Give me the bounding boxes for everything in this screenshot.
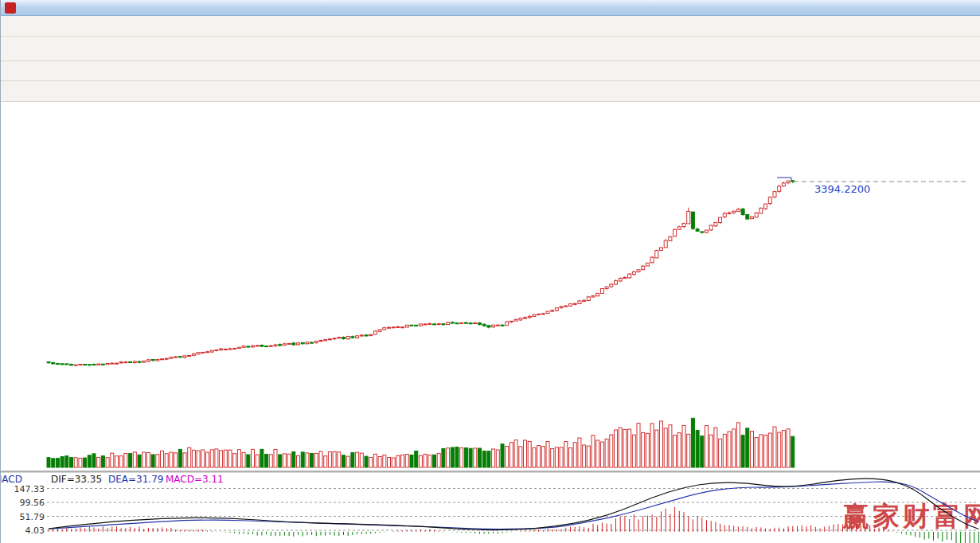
- candle-body: [133, 361, 136, 363]
- volume-bar: [546, 441, 549, 467]
- volume-bar: [701, 436, 704, 467]
- candle-body: [129, 362, 132, 363]
- volume-bar: [533, 447, 536, 467]
- volume-bar: [161, 451, 164, 467]
- candle-body: [442, 324, 445, 325]
- volume-bar: [346, 456, 349, 467]
- volume-bar: [297, 455, 300, 467]
- volume-bar: [424, 454, 427, 467]
- volume-bar: [646, 433, 649, 467]
- candle-body: [510, 321, 513, 322]
- volume-bar: [787, 429, 790, 467]
- volume-bar: [487, 451, 490, 467]
- volume-bar: [592, 436, 595, 467]
- kline-chart[interactable]: 3394.2200MACDDIF=33.35DEA=31.79MACD=3.11…: [1, 102, 980, 543]
- volume-bar: [206, 452, 209, 467]
- candle-body: [637, 270, 640, 272]
- chart-region[interactable]: 3394.2200MACDDIF=33.35DEA=31.79MACD=3.11…: [1, 102, 980, 543]
- volume-bar: [301, 452, 304, 467]
- volume-bar: [655, 430, 658, 467]
- candle-body: [746, 214, 749, 219]
- candle-body: [220, 349, 223, 350]
- volume-bar: [342, 455, 346, 467]
- candle-body: [705, 230, 709, 232]
- candle-body: [183, 356, 186, 357]
- volume-bar: [687, 434, 690, 467]
- volume-bar: [401, 455, 404, 467]
- volume-bar: [519, 447, 522, 467]
- candle-body: [623, 278, 627, 279]
- macd-dif-line: [49, 479, 979, 529]
- volume-bar: [106, 458, 109, 467]
- candle-body: [759, 208, 763, 213]
- candle-body: [533, 314, 536, 316]
- volume-bar: [292, 451, 295, 467]
- volume-bar: [560, 447, 563, 467]
- candle-body: [714, 222, 717, 226]
- candle-body: [677, 227, 681, 229]
- volume-bar: [61, 457, 64, 467]
- volume-bar: [583, 445, 586, 467]
- candle-body: [170, 357, 173, 359]
- volume-bar: [501, 444, 504, 467]
- candle-body: [97, 364, 100, 365]
- candle-body: [482, 324, 486, 326]
- volume-bar: [696, 431, 699, 467]
- candle-body: [506, 322, 509, 326]
- volume-bar: [201, 450, 205, 467]
- candle-body: [424, 324, 427, 325]
- candle-body: [696, 229, 699, 231]
- volume-bar: [70, 458, 73, 467]
- candle-body: [632, 272, 635, 274]
- macd-value-label: DIF=33.35: [51, 474, 102, 485]
- volume-bar: [632, 435, 635, 467]
- candle-body: [252, 346, 255, 347]
- volume-bar: [660, 421, 663, 467]
- candle-body: [151, 359, 154, 360]
- candle-body: [492, 325, 495, 326]
- candle-body: [292, 343, 295, 345]
- candle-body: [84, 365, 87, 365]
- candle-body: [388, 327, 391, 328]
- candle-body: [455, 323, 459, 324]
- volume-bar: [741, 436, 744, 467]
- volume-bar: [482, 451, 486, 467]
- volume-bar: [759, 435, 763, 467]
- candle-body: [79, 365, 82, 365]
- watermark: 赢家财富网: [841, 500, 980, 532]
- volume-bar: [551, 449, 554, 467]
- candle-body: [664, 240, 667, 248]
- volume-bar: [610, 435, 613, 467]
- candle-body: [92, 365, 96, 365]
- volume-bar: [256, 455, 259, 467]
- candle-body: [401, 327, 404, 328]
- candle-body: [600, 289, 603, 294]
- volume-bar: [269, 455, 272, 467]
- candle-body: [723, 213, 726, 217]
- volume-bar: [469, 448, 472, 467]
- volume-bar: [151, 455, 154, 467]
- candle-body: [338, 338, 341, 338]
- volume-bar: [669, 425, 672, 467]
- candle-body: [314, 341, 318, 342]
- candle-body: [161, 359, 164, 360]
- candle-body: [573, 303, 576, 304]
- volume-bar: [306, 453, 309, 467]
- candle-body: [396, 326, 400, 327]
- volume-bar: [736, 423, 740, 467]
- candle-body: [768, 197, 771, 204]
- candle-body: [328, 339, 331, 340]
- candle-body: [691, 212, 694, 229]
- volume-bar: [133, 452, 136, 467]
- volume-bar: [338, 452, 341, 467]
- volume-bar: [252, 449, 255, 467]
- volume-bar: [569, 448, 572, 467]
- volume-bar: [174, 453, 178, 467]
- candle-body: [297, 343, 300, 345]
- volume-bar: [88, 455, 91, 467]
- candle-body: [709, 225, 713, 230]
- volume-bar: [460, 448, 463, 467]
- candle-body: [528, 316, 531, 318]
- candle-body: [197, 353, 200, 354]
- volume-bar: [287, 454, 291, 467]
